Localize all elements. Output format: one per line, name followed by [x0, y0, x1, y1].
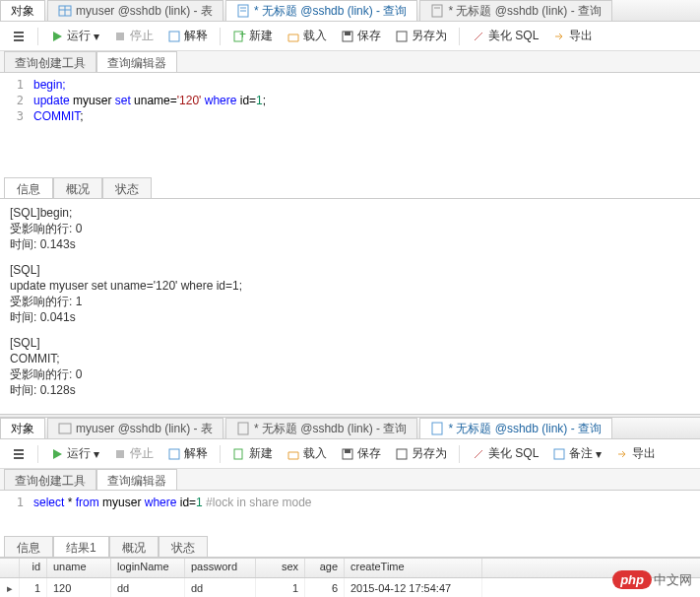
new-button[interactable]: +新建	[228, 26, 277, 46]
cell-uname[interactable]: 120	[47, 578, 111, 598]
wand-icon	[472, 447, 485, 461]
tab-query-2[interactable]: * 无标题 @sshdb (link) - 查询	[419, 0, 612, 21]
editor-tab[interactable]: 查询编辑器	[96, 51, 177, 72]
svg-rect-21	[238, 423, 248, 434]
editor-tab[interactable]: 查询编辑器	[96, 469, 177, 490]
msg-line: 时间: 0.041s	[10, 309, 690, 325]
export-icon	[615, 447, 629, 461]
cell-age[interactable]: 6	[305, 578, 345, 598]
load-button[interactable]: 载入	[283, 443, 331, 464]
info-tab[interactable]: 信息	[4, 177, 53, 198]
bottom-subtabs: 查询创建工具 查询编辑器	[0, 469, 700, 491]
svg-rect-18	[397, 32, 407, 41]
load-icon	[286, 447, 300, 461]
new-icon	[232, 447, 246, 461]
svg-text:+: +	[239, 30, 246, 41]
profile-tab[interactable]: 概况	[109, 536, 159, 557]
svg-rect-22	[432, 423, 442, 434]
stop-icon	[113, 30, 127, 43]
tab-table[interactable]: myuser @sshdb (link) - 表	[47, 0, 223, 21]
beautify-button[interactable]: 美化 SQL	[468, 26, 542, 46]
stop-icon	[113, 447, 127, 461]
svg-marker-26	[53, 449, 62, 459]
svg-rect-28	[169, 449, 179, 459]
msg-line: [SQL]begin;	[10, 205, 690, 221]
stop-button[interactable]: 停止	[109, 26, 158, 46]
bottom-toolbar: 运行 ▾ 停止 解释 新建 载入 保存 另存为 美化 SQL 备注 ▾ 导出	[0, 439, 700, 469]
msg-line: 受影响的行: 0	[10, 221, 690, 236]
msg-line: 受影响的行: 1	[10, 294, 690, 309]
result1-tab[interactable]: 结果1	[53, 536, 109, 557]
explain-button[interactable]: 解释	[163, 443, 212, 464]
col-sex[interactable]: sex	[256, 559, 305, 577]
svg-rect-17	[345, 32, 350, 35]
watermark: php中文网	[612, 571, 692, 589]
run-button[interactable]: 运行 ▾	[46, 443, 103, 464]
builder-tab[interactable]: 查询创建工具	[4, 469, 96, 490]
saveas-button[interactable]: 另存为	[391, 26, 451, 46]
col-password[interactable]: password	[185, 559, 256, 577]
svg-rect-34	[554, 449, 564, 459]
tab-query-1[interactable]: * 无标题 @sshdb (link) - 查询	[225, 0, 418, 21]
cell-login[interactable]: dd	[111, 578, 185, 598]
saveas-button[interactable]: 另存为	[391, 443, 451, 464]
watermark-badge: php	[612, 570, 652, 589]
run-button[interactable]: 运行 ▾	[46, 26, 103, 46]
builder-tab[interactable]: 查询创建工具	[4, 51, 96, 72]
col-createtime[interactable]: createTime	[345, 559, 482, 577]
msg-line: [SQL]	[10, 335, 690, 351]
svg-line-19	[475, 33, 482, 40]
msg-line: [SQL]	[10, 262, 690, 278]
sql-editor-bottom[interactable]: 1select * from myuser where id=1 #lock i…	[0, 491, 700, 518]
explain-icon	[167, 30, 181, 43]
top-subtabs: 查询创建工具 查询编辑器	[0, 51, 700, 73]
col-age[interactable]: age	[305, 559, 345, 577]
cell-id[interactable]: 1	[20, 578, 47, 598]
profile-tab[interactable]: 概况	[53, 177, 102, 198]
notes-button[interactable]: 备注 ▾	[548, 443, 605, 464]
col-uname[interactable]: uname	[47, 559, 111, 577]
cell-password[interactable]: dd	[185, 578, 256, 598]
save-button[interactable]: 保存	[337, 443, 385, 464]
stop-button[interactable]: 停止	[109, 443, 158, 464]
msg-line: COMMIT;	[10, 351, 690, 366]
tab-objects-b[interactable]: 对象	[0, 418, 45, 438]
svg-rect-31	[345, 449, 350, 453]
export-icon	[552, 30, 566, 43]
save-icon	[341, 447, 354, 461]
table-icon	[58, 4, 72, 18]
save-button[interactable]: 保存	[337, 26, 385, 46]
query-icon	[236, 422, 250, 435]
tab-query-b2[interactable]: * 无标题 @sshdb (link) - 查询	[419, 418, 612, 438]
saveas-icon	[395, 30, 409, 43]
cell-sex[interactable]: 1	[256, 578, 305, 598]
export-button[interactable]: 导出	[548, 26, 597, 46]
status-tab[interactable]: 状态	[159, 536, 208, 557]
result-tabs: 信息 结果1 概况 状态	[0, 536, 700, 558]
saveas-icon	[395, 447, 409, 461]
sql-editor-top[interactable]: 1begin; 2update myuser set uname='120' w…	[0, 73, 700, 128]
menu-button[interactable]	[8, 28, 30, 45]
svg-rect-32	[397, 449, 407, 459]
wand-icon	[472, 30, 485, 43]
info-tab[interactable]: 信息	[4, 536, 53, 557]
tab-query-b1[interactable]: * 无标题 @sshdb (link) - 查询	[225, 418, 418, 438]
explain-button[interactable]: 解释	[163, 26, 212, 46]
export-button[interactable]: 导出	[611, 443, 660, 464]
tab-objects[interactable]: 对象	[0, 0, 45, 21]
tab-table-b[interactable]: myuser @sshdb (link) - 表	[47, 418, 223, 438]
beautify-button[interactable]: 美化 SQL	[468, 443, 542, 464]
menu-button[interactable]	[8, 445, 30, 463]
query-icon	[236, 4, 250, 18]
status-tab[interactable]: 状态	[102, 177, 152, 198]
new-button[interactable]: 新建	[228, 443, 277, 464]
msg-line: update myuser set uname='120' where id=1…	[10, 278, 690, 294]
cell-createtime[interactable]: 2015-04-12 17:54:47	[345, 578, 482, 598]
table-row[interactable]: ▸ 1 120 dd dd 1 6 2015-04-12 17:54:47	[0, 578, 700, 597]
load-button[interactable]: 载入	[283, 26, 331, 46]
load-icon	[286, 30, 300, 43]
row-pointer-icon: ▸	[0, 578, 20, 598]
col-login[interactable]: loginName	[111, 559, 185, 577]
col-id[interactable]: id	[20, 559, 47, 577]
watermark-text: 中文网	[654, 572, 692, 587]
